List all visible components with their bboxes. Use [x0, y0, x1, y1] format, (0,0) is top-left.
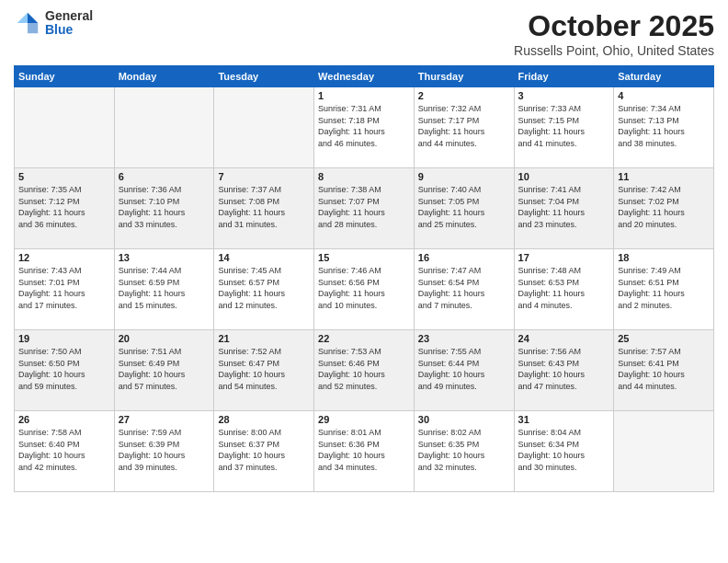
- calendar-cell: 3Sunrise: 7:33 AM Sunset: 7:15 PM Daylig…: [514, 87, 614, 168]
- day-info: Sunrise: 7:49 AM Sunset: 6:51 PM Dayligh…: [618, 265, 710, 311]
- calendar-cell: 12Sunrise: 7:43 AM Sunset: 7:01 PM Dayli…: [15, 249, 115, 330]
- day-info: Sunrise: 7:48 AM Sunset: 6:53 PM Dayligh…: [518, 265, 610, 311]
- calendar-table: SundayMondayTuesdayWednesdayThursdayFrid…: [14, 65, 714, 492]
- calendar-cell: [15, 87, 115, 168]
- calendar-cell: 10Sunrise: 7:41 AM Sunset: 7:04 PM Dayli…: [514, 168, 614, 249]
- day-number: 9: [418, 171, 510, 182]
- day-number: 29: [318, 414, 410, 425]
- day-info: Sunrise: 8:01 AM Sunset: 6:36 PM Dayligh…: [318, 427, 410, 473]
- calendar-cell: 22Sunrise: 7:53 AM Sunset: 6:46 PM Dayli…: [314, 330, 415, 411]
- day-number: 4: [618, 90, 710, 101]
- day-number: 1: [318, 90, 410, 101]
- day-info: Sunrise: 7:32 AM Sunset: 7:17 PM Dayligh…: [418, 103, 510, 149]
- calendar-cell: 9Sunrise: 7:40 AM Sunset: 7:05 PM Daylig…: [414, 168, 514, 249]
- day-number: 20: [119, 333, 210, 344]
- week-row-4: 26Sunrise: 7:58 AM Sunset: 6:40 PM Dayli…: [15, 411, 714, 492]
- calendar-cell: 14Sunrise: 7:45 AM Sunset: 6:57 PM Dayli…: [214, 249, 314, 330]
- day-info: Sunrise: 7:38 AM Sunset: 7:07 PM Dayligh…: [318, 184, 410, 230]
- calendar-cell: 13Sunrise: 7:44 AM Sunset: 6:59 PM Dayli…: [114, 249, 214, 330]
- day-number: 24: [518, 333, 610, 344]
- day-number: 3: [518, 90, 610, 101]
- day-info: Sunrise: 7:58 AM Sunset: 6:40 PM Dayligh…: [18, 427, 110, 473]
- day-info: Sunrise: 7:34 AM Sunset: 7:13 PM Dayligh…: [618, 103, 710, 149]
- calendar-cell: 15Sunrise: 7:46 AM Sunset: 6:56 PM Dayli…: [314, 249, 415, 330]
- day-info: Sunrise: 7:41 AM Sunset: 7:04 PM Dayligh…: [518, 184, 610, 230]
- calendar-cell: 2Sunrise: 7:32 AM Sunset: 7:17 PM Daylig…: [414, 87, 514, 168]
- logo-icon: [14, 9, 41, 37]
- day-info: Sunrise: 7:56 AM Sunset: 6:43 PM Dayligh…: [518, 346, 610, 392]
- day-number: 14: [218, 252, 310, 263]
- day-number: 17: [518, 252, 610, 263]
- day-info: Sunrise: 7:31 AM Sunset: 7:18 PM Dayligh…: [318, 103, 410, 149]
- calendar-cell: 18Sunrise: 7:49 AM Sunset: 6:51 PM Dayli…: [614, 249, 714, 330]
- calendar-cell: [114, 87, 214, 168]
- day-info: Sunrise: 7:37 AM Sunset: 7:08 PM Dayligh…: [218, 184, 310, 230]
- day-info: Sunrise: 7:36 AM Sunset: 7:10 PM Dayligh…: [119, 184, 210, 230]
- svg-marker-2: [17, 13, 28, 23]
- page-header: General Blue October 2025 Russells Point…: [14, 9, 714, 58]
- day-info: Sunrise: 7:40 AM Sunset: 7:05 PM Dayligh…: [418, 184, 510, 230]
- day-number: 6: [119, 171, 210, 182]
- day-info: Sunrise: 7:50 AM Sunset: 6:50 PM Dayligh…: [18, 346, 110, 392]
- page-container: General Blue October 2025 Russells Point…: [0, 0, 728, 501]
- calendar-cell: 23Sunrise: 7:55 AM Sunset: 6:44 PM Dayli…: [414, 330, 514, 411]
- calendar-cell: 5Sunrise: 7:35 AM Sunset: 7:12 PM Daylig…: [15, 168, 115, 249]
- col-header-wednesday: Wednesday: [314, 66, 415, 87]
- month-title: October 2025: [514, 9, 714, 43]
- day-number: 11: [618, 171, 710, 182]
- calendar-cell: 29Sunrise: 8:01 AM Sunset: 6:36 PM Dayli…: [314, 411, 415, 492]
- day-info: Sunrise: 7:33 AM Sunset: 7:15 PM Dayligh…: [518, 103, 610, 149]
- logo: General Blue: [14, 9, 93, 38]
- day-info: Sunrise: 7:51 AM Sunset: 6:49 PM Dayligh…: [119, 346, 210, 392]
- calendar-cell: 24Sunrise: 7:56 AM Sunset: 6:43 PM Dayli…: [514, 330, 614, 411]
- day-number: 28: [218, 414, 310, 425]
- calendar-cell: 27Sunrise: 7:59 AM Sunset: 6:39 PM Dayli…: [114, 411, 214, 492]
- day-number: 21: [218, 333, 310, 344]
- calendar-cell: 16Sunrise: 7:47 AM Sunset: 6:54 PM Dayli…: [414, 249, 514, 330]
- calendar-cell: 25Sunrise: 7:57 AM Sunset: 6:41 PM Dayli…: [614, 330, 714, 411]
- col-header-thursday: Thursday: [414, 66, 514, 87]
- day-info: Sunrise: 7:43 AM Sunset: 7:01 PM Dayligh…: [18, 265, 110, 311]
- day-number: 13: [119, 252, 210, 263]
- day-info: Sunrise: 7:52 AM Sunset: 6:47 PM Dayligh…: [218, 346, 310, 392]
- day-info: Sunrise: 7:55 AM Sunset: 6:44 PM Dayligh…: [418, 346, 510, 392]
- calendar-cell: 31Sunrise: 8:04 AM Sunset: 6:34 PM Dayli…: [514, 411, 614, 492]
- day-info: Sunrise: 7:45 AM Sunset: 6:57 PM Dayligh…: [218, 265, 310, 311]
- location-text: Russells Point, Ohio, United States: [514, 43, 714, 58]
- calendar-cell: 20Sunrise: 7:51 AM Sunset: 6:49 PM Dayli…: [114, 330, 214, 411]
- day-number: 8: [318, 171, 410, 182]
- day-info: Sunrise: 7:44 AM Sunset: 6:59 PM Dayligh…: [119, 265, 210, 311]
- calendar-cell: 6Sunrise: 7:36 AM Sunset: 7:10 PM Daylig…: [114, 168, 214, 249]
- day-info: Sunrise: 7:59 AM Sunset: 6:39 PM Dayligh…: [119, 427, 210, 473]
- day-number: 30: [418, 414, 510, 425]
- day-info: Sunrise: 7:46 AM Sunset: 6:56 PM Dayligh…: [318, 265, 410, 311]
- svg-marker-0: [28, 13, 38, 23]
- day-number: 27: [119, 414, 210, 425]
- calendar-cell: [614, 411, 714, 492]
- day-number: 12: [18, 252, 110, 263]
- calendar-cell: 19Sunrise: 7:50 AM Sunset: 6:50 PM Dayli…: [15, 330, 115, 411]
- day-number: 7: [218, 171, 310, 182]
- day-info: Sunrise: 7:47 AM Sunset: 6:54 PM Dayligh…: [418, 265, 510, 311]
- day-info: Sunrise: 8:00 AM Sunset: 6:37 PM Dayligh…: [218, 427, 310, 473]
- calendar-cell: 21Sunrise: 7:52 AM Sunset: 6:47 PM Dayli…: [214, 330, 314, 411]
- day-number: 23: [418, 333, 510, 344]
- calendar-cell: [214, 87, 314, 168]
- svg-marker-1: [28, 23, 38, 33]
- col-header-sunday: Sunday: [15, 66, 115, 87]
- day-number: 18: [618, 252, 710, 263]
- week-row-2: 12Sunrise: 7:43 AM Sunset: 7:01 PM Dayli…: [15, 249, 714, 330]
- calendar-cell: 26Sunrise: 7:58 AM Sunset: 6:40 PM Dayli…: [15, 411, 115, 492]
- day-info: Sunrise: 7:57 AM Sunset: 6:41 PM Dayligh…: [618, 346, 710, 392]
- calendar-cell: 30Sunrise: 8:02 AM Sunset: 6:35 PM Dayli…: [414, 411, 514, 492]
- day-number: 25: [618, 333, 710, 344]
- col-header-friday: Friday: [514, 66, 614, 87]
- logo-text: General Blue: [45, 9, 93, 38]
- calendar-cell: 4Sunrise: 7:34 AM Sunset: 7:13 PM Daylig…: [614, 87, 714, 168]
- day-number: 31: [518, 414, 610, 425]
- day-info: Sunrise: 7:35 AM Sunset: 7:12 PM Dayligh…: [18, 184, 110, 230]
- logo-blue-text: Blue: [45, 23, 93, 37]
- calendar-cell: 11Sunrise: 7:42 AM Sunset: 7:02 PM Dayli…: [614, 168, 714, 249]
- col-header-saturday: Saturday: [614, 66, 714, 87]
- week-row-0: 1Sunrise: 7:31 AM Sunset: 7:18 PM Daylig…: [15, 87, 714, 168]
